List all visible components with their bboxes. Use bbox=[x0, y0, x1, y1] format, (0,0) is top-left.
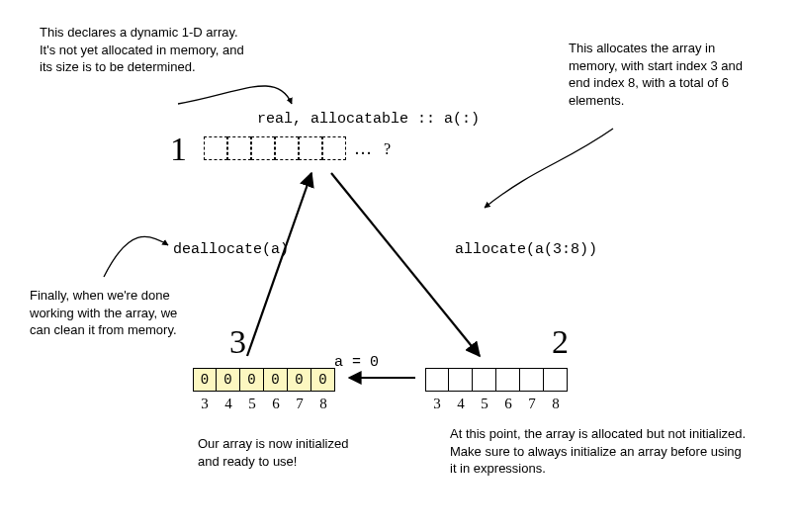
question-mark: ? bbox=[384, 140, 391, 158]
index-label: 3 bbox=[193, 396, 217, 412]
array-cell: 0 bbox=[217, 368, 240, 392]
step-number-1: 1 bbox=[170, 131, 187, 168]
array-cell bbox=[322, 136, 346, 160]
note-allocate: This allocates the array in memory, with… bbox=[569, 40, 766, 109]
array-cell bbox=[251, 136, 275, 160]
index-label: 5 bbox=[473, 396, 496, 412]
step-number-2: 2 bbox=[552, 323, 569, 361]
index-label: 6 bbox=[264, 396, 288, 412]
array-cell: 0 bbox=[288, 368, 311, 392]
index-label: 8 bbox=[311, 396, 335, 412]
array-cell: 0 bbox=[311, 368, 335, 392]
array-cell bbox=[299, 136, 322, 160]
arrow-step1-to-step2 bbox=[331, 173, 480, 356]
array-initialized-boxes: 0 0 0 0 0 0 bbox=[193, 368, 335, 392]
note-initialized: Our array is now initialized and ready t… bbox=[198, 435, 356, 470]
array-cell: 0 bbox=[264, 368, 288, 392]
curve-note-allocate bbox=[485, 129, 613, 208]
array-cell bbox=[204, 136, 227, 160]
code-declare: real, allocatable :: a(:) bbox=[257, 111, 480, 128]
note-declare: This declares a dynamic 1-D array. It's … bbox=[40, 24, 247, 76]
step-number-3: 3 bbox=[229, 323, 246, 361]
index-label: 4 bbox=[449, 396, 473, 412]
code-allocate: allocate(a(3:8)) bbox=[455, 241, 597, 258]
index-label: 5 bbox=[240, 396, 264, 412]
array-cell bbox=[425, 368, 449, 392]
index-label: 7 bbox=[520, 396, 544, 412]
array-cell bbox=[496, 368, 520, 392]
curve-note-declare bbox=[178, 86, 292, 104]
array-cell bbox=[544, 368, 568, 392]
array-cell bbox=[520, 368, 544, 392]
code-deallocate: deallocate(a) bbox=[173, 241, 289, 258]
array-initialized-indices: 3 4 5 6 7 8 bbox=[193, 396, 335, 412]
array-allocated-boxes bbox=[425, 368, 568, 392]
array-cell bbox=[449, 368, 473, 392]
curve-note-deallocate bbox=[104, 236, 168, 277]
index-label: 7 bbox=[288, 396, 311, 412]
array-cell: 0 bbox=[240, 368, 264, 392]
array-declared-boxes bbox=[204, 136, 346, 160]
array-cell bbox=[227, 136, 251, 160]
index-label: 3 bbox=[425, 396, 449, 412]
index-label: 8 bbox=[544, 396, 568, 412]
array-allocated-indices: 3 4 5 6 7 8 bbox=[425, 396, 568, 412]
index-label: 4 bbox=[217, 396, 240, 412]
ellipsis: … bbox=[354, 138, 374, 159]
arrow-step3-to-step1 bbox=[247, 173, 311, 356]
array-cell bbox=[275, 136, 299, 160]
note-uninitialized: At this point, the array is allocated bu… bbox=[450, 425, 747, 478]
index-label: 6 bbox=[496, 396, 520, 412]
note-deallocate: Finally, when we're done working with th… bbox=[30, 287, 198, 339]
array-cell bbox=[473, 368, 496, 392]
array-cell: 0 bbox=[193, 368, 217, 392]
code-assign: a = 0 bbox=[334, 354, 379, 371]
